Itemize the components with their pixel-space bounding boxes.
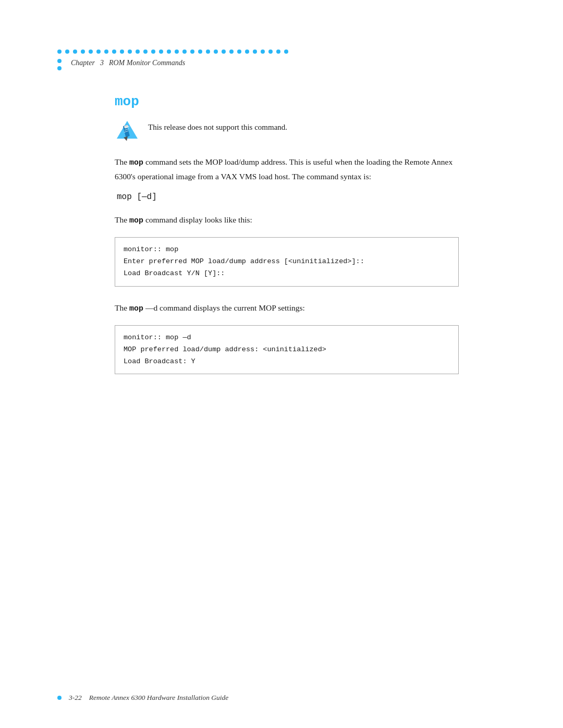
- header-dot-14: [159, 50, 163, 54]
- inline-mono-mop-3: mop: [129, 304, 143, 313]
- command-heading: mop: [115, 94, 459, 109]
- header-dot-13: [151, 50, 155, 54]
- header-dot-28: [268, 50, 273, 54]
- header-dot-3: [73, 50, 77, 54]
- chapter-dot-1: [57, 59, 62, 63]
- header-dot-25: [245, 50, 249, 54]
- inline-mono-mop-1: mop: [129, 158, 143, 167]
- pencil-icon: [115, 119, 140, 144]
- code-line-2-3: Load Broadcast: Y: [124, 356, 450, 368]
- header-dot-16: [175, 50, 179, 54]
- code-line-2-2: MOP preferred load/dump address: <uninit…: [124, 344, 450, 356]
- note-text: This release does not support this comma…: [148, 119, 287, 132]
- body-paragraph-2: The mop command display looks like this:: [115, 213, 459, 228]
- chapter-left-dots: [57, 58, 62, 70]
- chapter-label: Chapter: [71, 59, 95, 67]
- note-icon: [115, 119, 140, 144]
- code-line-2-1: monitor:: mop —d: [124, 332, 450, 344]
- main-content: mop This release does not suppor: [0, 70, 563, 374]
- header-dot-2: [65, 50, 69, 54]
- chapter-info: Chapter 3 ROM Monitor Commands: [71, 58, 185, 67]
- header-dot-5: [89, 50, 93, 54]
- page-footer: 3-22 Remote Annex 6300 Hardware Installa…: [57, 694, 506, 702]
- header-dot-20: [206, 50, 210, 54]
- header-dot-15: [167, 50, 171, 54]
- header-dot-17: [182, 50, 187, 54]
- header-dot-4: [81, 50, 85, 54]
- header-dot-26: [253, 50, 257, 54]
- chapter-title: ROM Monitor Commands: [109, 59, 185, 67]
- footer-page-number: 3-22: [69, 694, 82, 702]
- code-line-1-1: monitor:: mop: [124, 244, 450, 256]
- header-dot-18: [190, 50, 194, 54]
- chapter-dot-2: [57, 66, 62, 70]
- header-dot-1: [57, 50, 62, 54]
- page-container: Chapter 3 ROM Monitor Commands mop: [0, 0, 563, 728]
- header-dot-7: [104, 50, 108, 54]
- code-block-1: monitor:: mop Enter preferred MOP load/d…: [115, 237, 459, 287]
- body-paragraph-1: The mop command sets the MOP load/dump a…: [115, 155, 459, 183]
- header-dot-12: [143, 50, 148, 54]
- header-dot-29: [276, 50, 280, 54]
- header-dot-24: [237, 50, 241, 54]
- body-paragraph-3: The mop —d command displays the current …: [115, 301, 459, 316]
- header-dot-27: [261, 50, 265, 54]
- header-dot-21: [214, 50, 218, 54]
- code-line-1-3: Load Broadcast Y/N [Y]::: [124, 268, 450, 280]
- header-dot-10: [128, 50, 132, 54]
- note-box: This release does not support this comma…: [115, 119, 459, 144]
- header-dot-23: [229, 50, 234, 54]
- header-dot-6: [96, 50, 101, 54]
- header-dot-22: [222, 50, 226, 54]
- chapter-header: Chapter 3 ROM Monitor Commands: [0, 54, 563, 70]
- header-dot-8: [112, 50, 116, 54]
- syntax-line: mop [—d]: [117, 192, 459, 202]
- footer-dot: [57, 696, 62, 700]
- inline-mono-mop-2: mop: [129, 216, 143, 225]
- header-dots-row: [0, 0, 563, 54]
- code-block-2: monitor:: mop —d MOP preferred load/dump…: [115, 325, 459, 375]
- header-dot-19: [198, 50, 202, 54]
- header-dot-11: [136, 50, 140, 54]
- header-dot-9: [120, 50, 124, 54]
- code-line-1-2: Enter preferred MOP load/dump address [<…: [124, 256, 450, 268]
- header-dot-30: [284, 50, 288, 54]
- chapter-number: 3: [100, 59, 104, 67]
- footer-book-title: Remote Annex 6300 Hardware Installation …: [89, 694, 229, 702]
